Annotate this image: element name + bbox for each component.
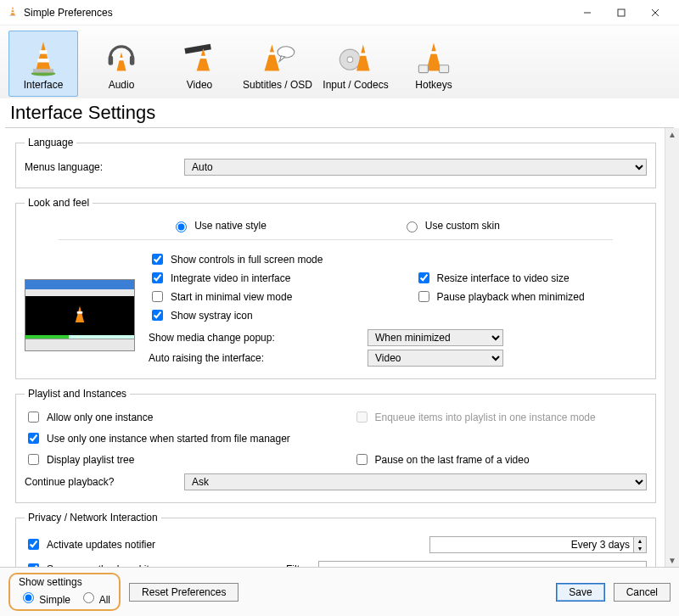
- lookfeel-legend: Look and feel: [25, 197, 93, 209]
- scroll-down-icon[interactable]: ▼: [668, 556, 676, 565]
- svg-marker-9: [36, 42, 51, 70]
- reset-preferences-button[interactable]: Reset Preferences: [129, 583, 238, 602]
- continue-playback-label: Continue playback?: [25, 476, 177, 488]
- fullscreen-controls-checkbox[interactable]: Show controls in full screen mode: [149, 251, 381, 267]
- svg-rect-28: [429, 51, 439, 53]
- svg-rect-5: [618, 9, 625, 16]
- footer: Show settings Simple All Reset Preferenc…: [0, 567, 679, 616]
- integrate-video-checkbox[interactable]: Integrate video in interface: [149, 270, 381, 286]
- app-icon: [7, 5, 19, 20]
- titlebar: Simple Preferences: [0, 0, 679, 25]
- systray-checkbox[interactable]: Show systray icon: [149, 307, 381, 323]
- svg-rect-16: [119, 58, 125, 60]
- svg-marker-31: [76, 306, 84, 323]
- svg-rect-30: [440, 65, 449, 73]
- native-style-radio[interactable]: Use native style: [171, 219, 267, 232]
- svg-rect-21: [267, 52, 277, 54]
- show-settings-label: Show settings: [19, 576, 110, 588]
- show-simple-radio[interactable]: Simple: [19, 590, 70, 606]
- category-label: Interface: [24, 79, 64, 91]
- auto-raise-label: Auto raising the interface:: [149, 352, 361, 364]
- lookfeel-group: Look and feel Use native style Use custo…: [15, 197, 656, 379]
- svg-rect-2: [12, 9, 14, 10]
- cancel-button[interactable]: Cancel: [614, 583, 671, 602]
- svg-rect-13: [109, 56, 114, 65]
- scroll-up-icon[interactable]: ▲: [668, 130, 676, 139]
- media-popup-select[interactable]: When minimized: [368, 329, 503, 346]
- menus-language-label: Menus language:: [25, 161, 177, 173]
- continue-playback-select[interactable]: Ask: [184, 473, 647, 490]
- one-instance-checkbox[interactable]: Allow only one instance: [25, 409, 319, 425]
- show-settings-group: Show settings Simple All: [8, 573, 121, 611]
- svg-point-24: [347, 57, 353, 63]
- svg-marker-20: [265, 45, 280, 71]
- svg-rect-17: [184, 44, 210, 54]
- category-input[interactable]: Input / Codecs: [321, 31, 390, 97]
- updates-notifier-checkbox[interactable]: Activate updates notifier: [25, 536, 423, 552]
- svg-marker-0: [11, 6, 15, 15]
- save-recent-checkbox[interactable]: Save recently played items: [25, 561, 279, 567]
- resize-interface-checkbox[interactable]: Resize interface to video size: [415, 270, 648, 286]
- privacy-legend: Privacy / Network Interaction: [25, 512, 161, 524]
- category-subtitles[interactable]: Subtitles / OSD: [243, 31, 312, 97]
- spinner-up-icon[interactable]: ▲: [634, 537, 646, 545]
- category-audio[interactable]: Audio: [87, 31, 156, 97]
- svg-rect-26: [359, 53, 367, 56]
- spinner-down-icon[interactable]: ▼: [634, 545, 646, 552]
- filter-input[interactable]: [318, 561, 647, 568]
- category-label: Subtitles / OSD: [243, 79, 312, 91]
- vertical-scrollbar[interactable]: ▲ ▼: [665, 128, 679, 567]
- one-instance-fm-checkbox[interactable]: Use only one instance when started from …: [25, 430, 647, 446]
- category-interface[interactable]: Interface: [8, 31, 78, 97]
- cone-icon: [23, 38, 64, 77]
- svg-rect-19: [199, 56, 207, 59]
- close-button[interactable]: [638, 1, 672, 25]
- svg-marker-18: [197, 48, 210, 70]
- settings-content: Language Menus language: Auto Look and f…: [0, 128, 665, 567]
- headphones-cone-icon: [101, 38, 142, 77]
- category-label: Video: [187, 79, 212, 91]
- updates-interval-spinner[interactable]: ▲▼: [429, 536, 647, 553]
- svg-marker-15: [117, 52, 126, 70]
- media-popup-label: Show media change popup:: [149, 332, 361, 344]
- svg-rect-29: [418, 65, 428, 73]
- keys-cone-icon: [413, 38, 454, 77]
- category-label: Audio: [109, 79, 135, 91]
- playlist-legend: Playlist and Instances: [25, 388, 130, 400]
- category-hotkeys[interactable]: Hotkeys: [399, 31, 469, 97]
- svg-rect-12: [37, 59, 48, 62]
- auto-raise-select[interactable]: Video: [368, 350, 503, 367]
- svg-point-22: [278, 47, 295, 58]
- language-group: Language Menus language: Auto: [15, 137, 656, 188]
- playlist-group: Playlist and Instances Allow only one in…: [15, 388, 656, 503]
- show-all-radio[interactable]: All: [79, 590, 110, 606]
- svg-rect-11: [40, 50, 48, 53]
- privacy-group: Privacy / Network Interaction Activate u…: [15, 512, 656, 567]
- window-title: Simple Preferences: [24, 7, 570, 19]
- save-button[interactable]: Save: [556, 583, 604, 602]
- category-label: Hotkeys: [415, 79, 452, 91]
- page-title: Interface Settings: [10, 102, 669, 124]
- menus-language-select[interactable]: Auto: [184, 159, 647, 176]
- pause-last-frame-checkbox[interactable]: Pause on the last frame of a video: [353, 451, 648, 468]
- clapper-cone-icon: [179, 38, 220, 77]
- language-legend: Language: [25, 137, 76, 148]
- category-video[interactable]: Video: [165, 31, 234, 97]
- svg-rect-14: [130, 56, 135, 65]
- svg-rect-10: [33, 69, 53, 72]
- svg-rect-32: [77, 311, 83, 314]
- category-toolbar: Interface Audio Video Subtitles / OSD In…: [0, 25, 679, 98]
- minimize-button[interactable]: [570, 1, 604, 25]
- display-tree-checkbox[interactable]: Display playlist tree: [25, 451, 319, 468]
- svg-rect-3: [11, 12, 14, 13]
- custom-skin-radio[interactable]: Use custom skin: [402, 219, 500, 232]
- svg-rect-1: [10, 15, 16, 16]
- bubble-cone-icon: [257, 38, 298, 77]
- disc-cone-icon: [335, 38, 376, 77]
- category-label: Input / Codecs: [323, 79, 388, 91]
- start-minimal-checkbox[interactable]: Start in minimal view mode: [149, 288, 381, 305]
- enqueue-checkbox: Enqueue items into playlist in one insta…: [353, 409, 648, 425]
- pause-minimized-checkbox[interactable]: Pause playback when minimized: [415, 288, 648, 305]
- maximize-button[interactable]: [604, 1, 638, 25]
- interface-preview: [25, 279, 135, 351]
